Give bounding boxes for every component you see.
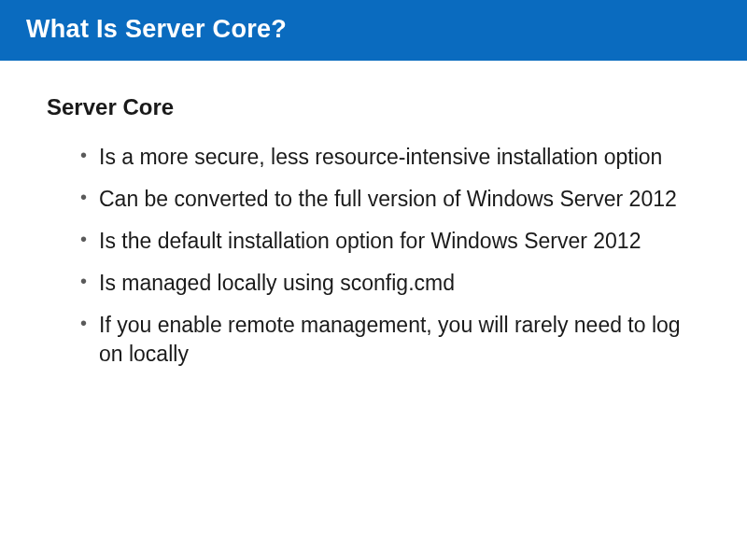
subheading: Server Core: [47, 94, 700, 120]
slide-content: Server Core Is a more secure, less resou…: [0, 61, 747, 400]
bullet-list: Is a more secure, less resource-intensiv…: [47, 143, 700, 369]
title-bar: What Is Server Core?: [0, 0, 747, 61]
list-item: Can be converted to the full version of …: [80, 185, 700, 214]
list-item: Is the default installation option for W…: [80, 227, 700, 256]
slide-title: What Is Server Core?: [26, 15, 721, 44]
list-item: Is managed locally using sconfig.cmd: [80, 269, 700, 298]
slide: What Is Server Core? Server Core Is a mo…: [0, 0, 747, 560]
list-item: Is a more secure, less resource-intensiv…: [80, 143, 700, 172]
list-item: If you enable remote management, you wil…: [80, 311, 700, 369]
